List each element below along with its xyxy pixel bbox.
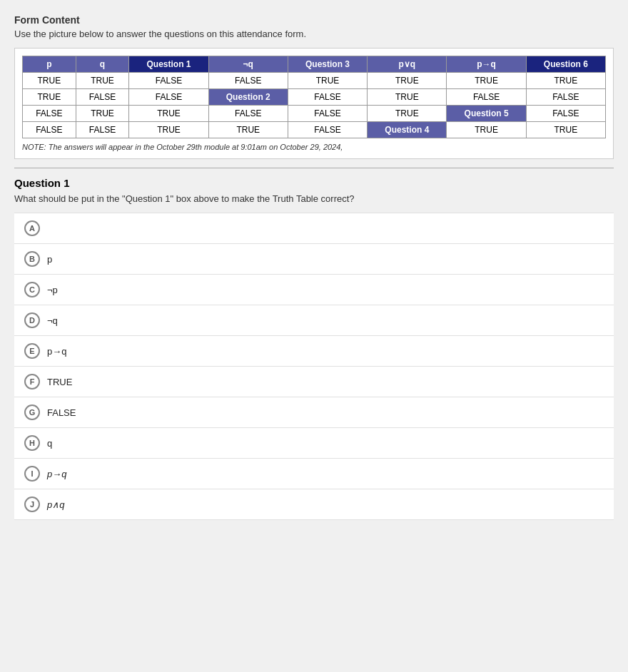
cell: FALSE (23, 106, 76, 122)
col-header-q3: Question 3 (288, 56, 367, 73)
cell: FALSE (23, 122, 76, 138)
cell: TRUE (526, 122, 605, 138)
option-circle-a: A (24, 220, 40, 236)
option-label-f: TRUE (47, 377, 72, 387)
divider (14, 168, 614, 168)
option-h[interactable]: H q (14, 428, 614, 459)
section-title: Question 1 (14, 177, 614, 189)
col-header-p: p (23, 56, 76, 73)
truth-table-wrapper: p q Question 1 ¬q Question 3 p∨q p→q Que… (14, 48, 614, 159)
table-row: TRUE TRUE FALSE FALSE TRUE TRUE TRUE TRU… (23, 73, 606, 89)
option-g[interactable]: G FALSE (14, 397, 614, 428)
table-row: FALSE TRUE TRUE FALSE FALSE TRUE Questio… (23, 106, 606, 122)
page-title: Form Content (14, 14, 614, 26)
truth-table: p q Question 1 ¬q Question 3 p∨q p→q Que… (22, 56, 606, 138)
option-label-e: p→q (47, 346, 66, 357)
cell: TRUE (129, 122, 208, 138)
subtitle: Use the picture below to answer the ques… (14, 29, 614, 39)
col-header-q1: Question 1 (129, 56, 208, 73)
option-f[interactable]: F TRUE (14, 367, 614, 397)
option-circle-f: F (24, 374, 40, 390)
option-circle-e: E (24, 343, 40, 359)
option-label-d: ¬q (47, 315, 58, 326)
cell: TRUE (23, 89, 76, 106)
cell: TRUE (208, 122, 288, 138)
cell-question5: Question 5 (447, 106, 526, 122)
cell: TRUE (76, 73, 129, 89)
cell: TRUE (23, 73, 76, 89)
cell: FALSE (288, 122, 367, 138)
col-header-q: q (76, 56, 129, 73)
cell: FALSE (76, 122, 129, 138)
table-row: TRUE FALSE FALSE Question 2 FALSE TRUE F… (23, 89, 606, 106)
cell: FALSE (208, 73, 288, 89)
cell: FALSE (208, 106, 288, 122)
option-a[interactable]: A (14, 213, 614, 244)
option-circle-h: H (24, 435, 40, 451)
option-circle-d: D (24, 312, 40, 328)
cell: TRUE (526, 73, 605, 89)
option-c[interactable]: C ¬p (14, 275, 614, 305)
cell-question2: Question 2 (208, 89, 288, 106)
cell: FALSE (288, 106, 367, 122)
option-i[interactable]: I p→q (14, 459, 614, 489)
cell-question4: Question 4 (368, 122, 447, 138)
cell: TRUE (76, 106, 129, 122)
cell: FALSE (129, 89, 208, 106)
option-label-c: ¬p (47, 285, 58, 295)
cell: TRUE (129, 106, 208, 122)
col-header-piq: p→q (447, 56, 526, 73)
cell: FALSE (447, 89, 526, 106)
option-circle-j: J (24, 497, 40, 512)
option-e[interactable]: E p→q (14, 336, 614, 367)
option-circle-c: C (24, 282, 40, 297)
cell: FALSE (526, 89, 605, 106)
cell: TRUE (447, 73, 526, 89)
option-label-h: q (47, 438, 52, 449)
option-circle-b: B (24, 251, 40, 267)
cell: FALSE (129, 73, 208, 89)
col-header-nq: ¬q (208, 56, 288, 73)
option-circle-g: G (24, 404, 40, 420)
table-note: NOTE: The answers will appear in the Oct… (22, 143, 606, 151)
question-prompt: What should be put in the "Question 1" b… (14, 193, 614, 204)
cell: TRUE (368, 73, 447, 89)
option-label-b: p (47, 254, 52, 265)
option-circle-i: I (24, 466, 40, 482)
cell: TRUE (368, 106, 447, 122)
cell: TRUE (288, 73, 367, 89)
cell: FALSE (76, 89, 129, 106)
cell: FALSE (288, 89, 367, 106)
table-row: FALSE FALSE TRUE TRUE FALSE Question 4 T… (23, 122, 606, 138)
option-j[interactable]: J p∧q (14, 489, 614, 520)
col-header-pvq: p∨q (368, 56, 447, 73)
option-b[interactable]: B p (14, 244, 614, 275)
option-label-i: p→q (47, 469, 66, 479)
option-label-g: FALSE (47, 407, 76, 418)
option-d[interactable]: D ¬q (14, 305, 614, 336)
options-list: A B p C ¬p D ¬q E p→q F TRUE G FALSE H q… (14, 213, 614, 520)
cell: TRUE (447, 122, 526, 138)
cell: TRUE (368, 89, 447, 106)
cell: FALSE (526, 106, 605, 122)
option-label-j: p∧q (47, 499, 64, 510)
col-header-q6: Question 6 (526, 56, 605, 73)
